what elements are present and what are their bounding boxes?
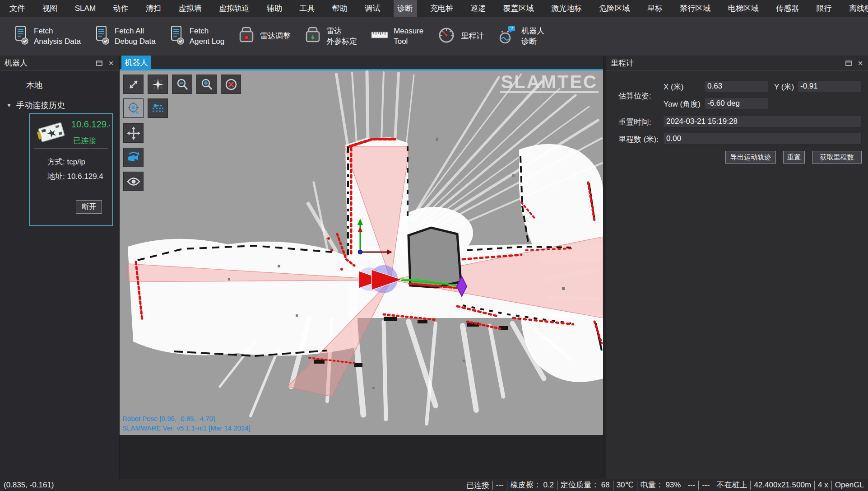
connection-address: 地址: 10.6.129.4 [47,171,103,182]
menu-item[interactable]: 传感器 [772,0,803,17]
status-dock-state: 不在桩上 [713,481,750,490]
chevron-down-icon[interactable]: ▼ [6,102,12,108]
menu-item[interactable]: 帮助 [328,0,352,17]
map-cancel-button[interactable] [221,75,241,94]
robot-panel: 机器人 ✕ 本地 ▼ 手动连接历史 10.6.129.4 已连接 方式: tcp… [0,56,119,479]
map-locate-robot-button[interactable] [123,98,144,118]
map-rotate-view-button[interactable] [123,148,144,167]
status-zoom-factor: 4 x [814,481,831,490]
rotate-camera-icon [126,151,141,164]
x-value-field[interactable] [704,80,768,92]
menu-item[interactable]: 星标 [643,0,667,17]
map-center-star-button[interactable] [148,75,168,94]
reset-time-field[interactable] [663,116,862,127]
odometer-panel-title: 里程计 [611,58,634,68]
float-panel-icon[interactable] [845,60,853,67]
menu-item[interactable]: 电梯区域 [724,0,763,17]
map-zoom-in-button[interactable] [196,75,217,94]
toolbar-label: Fetch All [115,27,144,35]
menu-item[interactable]: 离线模式 [845,0,868,17]
star-icon [152,78,164,91]
sidebar-item-manual-history[interactable]: ▼ 手动连接历史 [6,100,119,111]
menu-item[interactable]: 巡逻 [466,0,490,17]
locate-icon [127,102,140,115]
menu-item[interactable]: 禁行区域 [676,0,715,17]
mileage-label: 里程数 (米): [618,134,659,145]
disconnect-button[interactable]: 断开 [76,200,102,214]
slamtec-watermark: SLAMTEC [500,72,599,93]
slamware-version-text: SLAMWARE Ver: v5.1.1-rc1 [Mar 14 2024] [122,424,251,432]
measure-tool-button[interactable]: MeasureTool [371,26,423,47]
float-panel-icon[interactable] [95,60,103,67]
menu-item[interactable]: 工具 [295,0,319,17]
export-trajectory-button[interactable]: 导出运动轨迹 [725,151,776,164]
y-label: Y (米) [774,82,794,92]
menu-bar: 文件 视图 SLAM 动作 清扫 虚拟墙 虚拟轨道 辅助 工具 帮助 调试 诊断… [0,0,868,17]
status-temperature: 30℃ [613,481,637,490]
map-pan-button[interactable] [123,123,144,143]
menu-item[interactable]: 虚拟墙 [174,0,205,17]
close-panel-icon[interactable]: ✕ [856,60,864,67]
status-segment: --- [492,481,507,490]
cursor-coordinates: (0.835, -0.161) [4,481,54,490]
connection-card[interactable]: 10.6.129.4 已连接 方式: tcp/ip 地址: 10.6.129.4… [29,113,113,226]
sidebar-item-local[interactable]: 本地 [26,80,119,91]
robot-panel-header: 机器人 ✕ [0,56,119,71]
menu-item[interactable]: 文件 [5,0,29,17]
eye-icon [127,177,140,187]
fetch-mileage-button[interactable]: 获取里程数 [812,151,862,164]
radar-adjust-button[interactable]: 雷达调整 [238,25,291,47]
toolbar-label: Tool [394,37,408,46]
connection-method: 方式: tcp/ip [47,157,85,167]
odometer-panel: 里程计 ✕ 估算位姿: X (米) Y (米) Yaw (角度) 重置时间: 里… [603,56,868,479]
radar-extrinsic-calibration-button[interactable]: 雷达外参标定 [304,25,357,47]
tab-robot[interactable]: 机器人 [121,56,151,69]
mileage-field[interactable] [663,133,862,145]
reset-odometry-button[interactable]: 重置 [783,151,805,164]
menu-item[interactable]: 限行 [812,0,836,17]
menu-item[interactable]: 危险区域 [595,0,634,17]
map-laser-scan-button[interactable] [148,98,168,118]
robot-diagnosis-button[interactable]: ? 机器人诊断 [497,24,544,48]
fetch-all-debug-data-button[interactable]: Fetch AllDebug Data [94,25,156,47]
slam-map-canvas[interactable] [120,70,603,435]
menu-item[interactable]: 激光地标 [547,0,586,17]
yaw-value-field[interactable] [704,98,768,109]
toolbar-label: Fetch [190,27,209,35]
toolbar-label: 机器人 [521,27,544,35]
yaw-label: Yaw (角度) [664,99,701,109]
menu-item[interactable]: SLAM [71,1,100,16]
toolbar-label: Fetch [34,27,53,35]
status-battery: 电量： 93% [637,481,684,490]
fetch-agent-log-button[interactable]: FetchAgent Log [169,25,225,47]
status-segment: --- [684,481,698,490]
toolbar: FetchAnalysis Data Fetch AllDebug Data F… [0,17,868,56]
robot-diagnosis-icon: ? [497,24,516,48]
map-visibility-button[interactable] [123,172,144,191]
menu-item[interactable]: 清扫 [142,0,165,17]
menu-item-diagnosis[interactable]: 诊断 [394,0,417,17]
menu-item[interactable]: 覆盖区域 [499,0,538,17]
toolbar-label: Analysis Data [34,37,81,46]
menu-item[interactable]: 充电桩 [426,0,457,17]
menu-item[interactable]: 视图 [38,0,61,17]
menu-item[interactable]: 辅助 [263,0,286,17]
svg-text:?: ? [511,26,513,31]
map-zoom-out-button[interactable] [172,75,192,94]
map-overlay-text: Robot Pose [0.95, -0.85, -4.70]SLAMWARE … [122,414,251,434]
connection-status: 已连接 [73,136,96,146]
odometer-panel-header: 里程计 ✕ [606,56,868,71]
menu-item[interactable]: 调试 [361,0,384,17]
menu-item[interactable]: 虚拟轨道 [215,0,254,17]
close-panel-icon[interactable]: ✕ [107,60,115,67]
map-viewport[interactable]: SLAMTEC Robot Pose [120,70,603,435]
menu-item[interactable]: 动作 [109,0,132,17]
zoom-out-icon [176,78,189,91]
divider [34,148,108,149]
y-value-field[interactable] [797,80,862,92]
pose-label: 估算位姿: [618,91,651,101]
status-map-size: 42.400x21.500m [750,481,814,490]
odometer-button[interactable]: 里程计 [437,25,484,47]
map-expand-button[interactable] [123,75,144,94]
fetch-analysis-data-button[interactable]: FetchAnalysis Data [14,25,81,47]
